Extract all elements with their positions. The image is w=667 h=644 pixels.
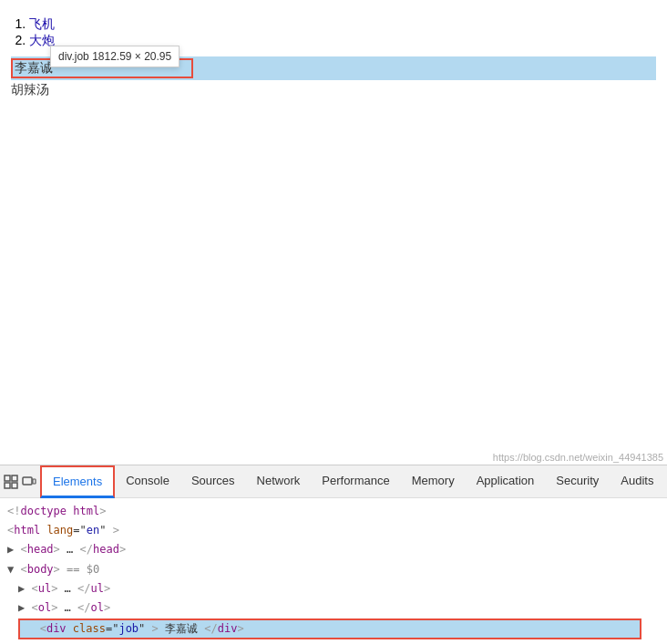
devtools-toolbar: Elements Console Sources Network Perform…	[0, 465, 667, 498]
watermark: https://blog.csdn.net/weixin_44941385	[493, 452, 663, 463]
tooltip-text: div.job 1812.59 × 20.95	[58, 50, 171, 63]
html-line-html: <html lang="en" >	[7, 521, 660, 540]
svg-rect-0	[5, 475, 10, 481]
svg-rect-3	[12, 483, 17, 488]
html-line-ol: ▶ <ol> … </ol>	[18, 598, 660, 618]
svg-rect-5	[33, 479, 36, 484]
tab-audits[interactable]: Audits	[610, 465, 664, 498]
html-line-div-common: <div class= common > 胡辣汤 </div>	[18, 640, 660, 644]
tab-network[interactable]: Network	[246, 465, 312, 498]
tab-performance[interactable]: Performance	[311, 465, 400, 498]
normal-text: 胡辣汤	[11, 82, 49, 97]
list-section: 飞机 大炮	[11, 16, 656, 49]
browser-page: 飞机 大炮 div.job 1812.59 × 20.95 李嘉诚 胡辣汤 ht…	[0, 0, 667, 465]
element-tooltip: div.job 1812.59 × 20.95	[50, 46, 180, 67]
list-link-1[interactable]: 飞机	[29, 16, 55, 31]
ordered-list: 飞机 大炮	[29, 16, 656, 49]
row-rest	[193, 59, 656, 77]
devtools-tabs: Elements Console Sources Network Perform…	[40, 465, 664, 498]
watermark-text: https://blog.csdn.net/weixin_44941385	[493, 452, 663, 463]
tab-memory[interactable]: Memory	[401, 465, 466, 498]
svg-rect-4	[23, 477, 32, 485]
svg-rect-2	[5, 483, 10, 488]
svg-rect-1	[12, 475, 17, 481]
html-line-ul: ▶ <ul> … </ul>	[18, 579, 660, 598]
tab-console[interactable]: Console	[115, 465, 180, 498]
normal-row: 胡辣汤	[11, 80, 656, 100]
list-item-1: 飞机	[29, 16, 656, 33]
tab-sources[interactable]: Sources	[180, 465, 246, 498]
devtools-html-content: <!doctype html> <html lang="en" > ▶ <hea…	[0, 498, 667, 644]
tab-elements[interactable]: Elements	[40, 465, 115, 498]
html-line-body: ▼ <body> == $0	[7, 560, 660, 579]
tab-security[interactable]: Security	[545, 465, 610, 498]
inspect-icon[interactable]	[4, 473, 18, 491]
html-line-head: ▶ <head> … </head>	[7, 540, 660, 559]
html-line-doctype: <!doctype html>	[7, 502, 660, 521]
html-line-div-job: <div class="job" > 李嘉诚 </div>	[18, 618, 660, 640]
tab-application[interactable]: Application	[466, 465, 546, 498]
device-toolbar-icon[interactable]	[22, 473, 36, 491]
devtools-panel: Elements Console Sources Network Perform…	[0, 465, 667, 644]
